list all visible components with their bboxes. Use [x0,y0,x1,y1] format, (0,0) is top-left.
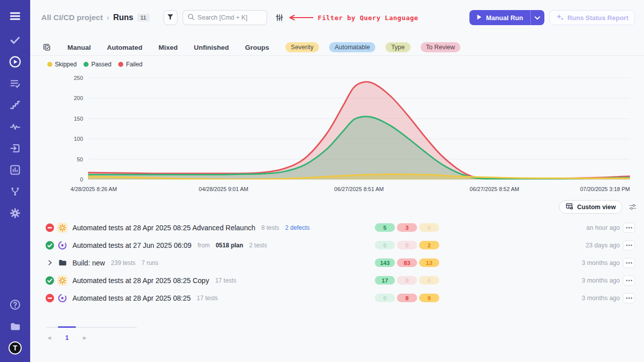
table-row[interactable]: Automated tests at 28 Apr 2025 08:25 Adv… [40,219,638,236]
tab-manual[interactable]: Manual [67,43,91,52]
badge-red: 83 [397,258,417,267]
tab-groups[interactable]: Groups [245,43,269,52]
svg-text:150: 150 [74,116,83,122]
badge-red: 0 [397,241,417,249]
sidebar-item-analytics[interactable] [9,164,22,176]
annotation-arrow-icon [288,15,314,21]
chevron-down-icon [534,14,540,22]
search-input[interactable] [198,14,262,21]
search-icon [187,13,195,23]
badge-green: 0 [375,241,395,249]
row-actions-button[interactable] [623,223,635,233]
plan-icon [57,240,67,250]
sidebar-item-integrations[interactable] [9,186,22,198]
badge-yellow: 13 [419,258,439,267]
run-meta: 2 tests [249,242,267,249]
svg-text:07/20/2025 3:18 PM: 07/20/2025 3:18 PM [580,186,630,192]
chip-type[interactable]: Type [385,42,410,52]
run-meta: 0518 plan [216,242,244,249]
tab-mixed[interactable]: Mixed [158,43,178,52]
table-row[interactable]: Automated tests at 28 Apr 2025 08:25 Cop… [40,272,638,289]
row-actions-button[interactable] [623,240,635,250]
sidebar: T [0,0,30,362]
chip-severity[interactable]: Severity [285,42,319,52]
view-toolbar: Custom view [559,200,637,214]
pagination-first-button[interactable]: « [46,334,53,341]
search-box[interactable] [183,10,267,25]
spark-icon [57,276,67,286]
breadcrumb-project[interactable]: All CI/CD project [41,13,103,22]
sidebar-item-menu[interactable] [9,10,22,22]
ellipsis-icon [626,280,632,282]
svg-text:250: 250 [74,75,83,81]
table-row[interactable]: Automated tests at 28 Apr 2025 08:2517 t… [40,289,638,307]
pagination-page-1[interactable]: 1 [63,334,70,341]
manual-run-dropdown-button[interactable] [530,10,544,25]
defects-link[interactable]: 2 defects [285,224,310,231]
sidebar-item-defects[interactable] [9,121,22,133]
list-settings-icon[interactable] [628,203,637,211]
runs-list: Automated tests at 28 Apr 2025 08:25 Adv… [40,219,638,307]
run-meta: 17 tests [215,277,236,284]
run-timestamp: 3 months ago [582,295,620,302]
sidebar-item-test-plans[interactable] [9,77,22,89]
tab-automated[interactable]: Automated [107,43,143,52]
row-actions-button[interactable] [623,276,635,286]
run-timestamp: an hour ago [586,224,620,231]
sidebar-item-milestones[interactable] [9,99,22,111]
run-meta: 17 tests [197,295,218,302]
test-plans-icon [9,77,21,89]
sidebar-item-tests[interactable] [9,34,22,46]
runs-status-report-button[interactable]: Runs Status Report [549,10,635,25]
run-title: Automated tests at 28 Apr 2025 08:25 Cop… [72,277,209,285]
analytics-icon [9,164,21,176]
svg-text:50: 50 [77,156,83,162]
table-row[interactable]: Build: new239 tests7 runs14383133 months… [40,254,638,272]
plan-icon [57,293,67,303]
select-all-icon[interactable] [42,43,51,52]
legend-item-skipped[interactable]: Skipped [47,61,76,68]
badge-green: 0 [375,294,395,302]
runs-icon [9,55,22,68]
query-language-filter-icon[interactable] [275,13,284,22]
manual-run-button[interactable]: Manual Run [469,10,530,25]
sidebar-item-settings[interactable] [9,207,22,219]
passed-status-icon [45,276,54,285]
custom-view-button[interactable]: Custom view [559,200,622,214]
legend-label: Passed [91,61,111,68]
tests-icon [9,34,21,46]
ellipsis-icon [626,262,632,264]
pagination-last-button[interactable]: » [80,334,88,341]
sidebar-item-requirements[interactable] [9,142,22,154]
row-actions-button[interactable] [623,293,635,303]
table-row[interactable]: Automated tests at 27 Jun 2025 06:09from… [40,236,638,254]
breadcrumb-separator: › [107,14,109,22]
tabs: ManualAutomatedMixedUnfinishedGroups [51,43,269,52]
help-icon [9,299,21,311]
failed-status-icon [45,294,54,303]
badge-green: 5 [375,223,395,232]
sidebar-item-projects[interactable] [9,320,22,332]
legend-dot [47,62,52,67]
badge-yellow: 2 [419,241,439,249]
result-badges: 1700 [375,276,439,285]
defects-icon [9,121,21,133]
legend-item-failed[interactable]: Failed [118,61,142,68]
chip-automatable[interactable]: Automatable [329,42,375,52]
run-title: Automated tests at 28 Apr 2025 08:25 Adv… [72,224,255,232]
tab-unfinished[interactable]: Unfinished [194,43,229,52]
run-meta: 239 tests [111,259,136,266]
legend-item-passed[interactable]: Passed [84,61,111,68]
chip-to-review[interactable]: To Review [421,42,461,52]
annotation-text: Filter by Query Language [318,14,419,22]
sidebar-item-help[interactable] [9,299,22,311]
filter-button[interactable] [164,10,178,25]
svg-text:06/27/2025 8:52 AM: 06/27/2025 8:52 AM [470,186,519,192]
svg-text:0: 0 [80,176,83,183]
badge-red: 0 [397,276,417,285]
sidebar-item-avatar[interactable]: T [9,342,22,354]
svg-text:100: 100 [74,136,83,142]
sidebar-item-runs[interactable] [9,56,22,68]
page-title: Runs [113,13,133,22]
row-actions-button[interactable] [623,258,635,268]
